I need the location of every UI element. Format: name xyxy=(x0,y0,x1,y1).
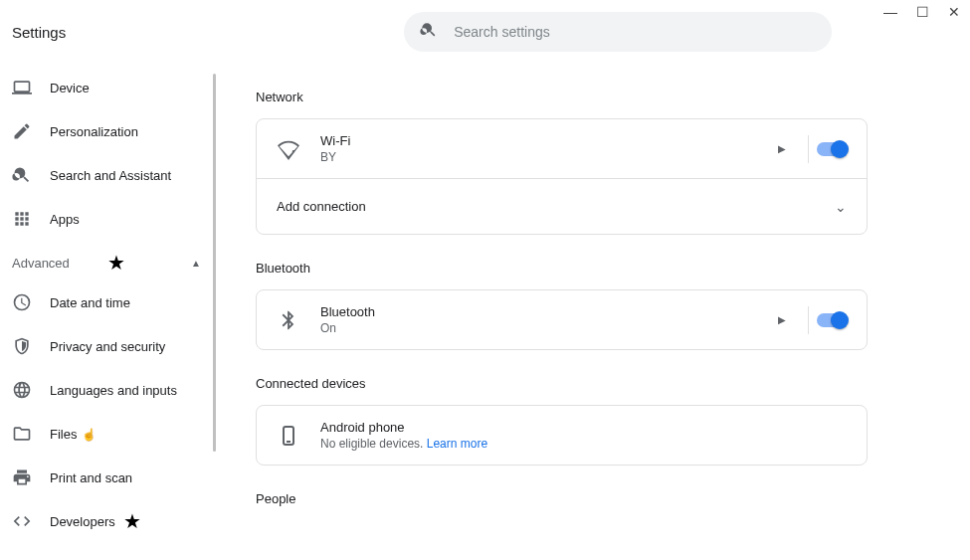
sidebar-item-print-scan[interactable]: Print and scan xyxy=(0,458,213,497)
search-icon xyxy=(420,21,438,43)
wifi-network-name: BY xyxy=(320,150,764,164)
bluetooth-row[interactable]: Bluetooth On ▶ xyxy=(257,290,867,349)
pencil-icon xyxy=(12,121,32,141)
section-title-bluetooth: Bluetooth xyxy=(256,261,930,276)
sidebar-item-device[interactable]: Device xyxy=(0,68,213,107)
sidebar-item-label: Languages and inputs xyxy=(50,383,177,398)
android-phone-row[interactable]: Android phone No eligible devices. Learn… xyxy=(257,406,867,465)
network-card: Wi-Fi BY ▶ Add connection ⌄ xyxy=(256,118,868,235)
minimize-icon[interactable]: — xyxy=(882,4,898,20)
sidebar-item-label: Device xyxy=(50,81,90,95)
close-icon[interactable]: ✕ xyxy=(946,4,962,20)
chevron-up-icon: ▲ xyxy=(191,258,201,269)
sidebar-item-label: Date and time xyxy=(50,295,130,310)
sidebar-item-label: Print and scan xyxy=(50,470,132,485)
android-phone-label: Android phone xyxy=(320,420,847,435)
sidebar-item-label: Apps xyxy=(50,212,80,227)
sidebar: Device Personalization Search and Assist… xyxy=(0,64,213,560)
search-icon xyxy=(12,165,32,185)
section-title-network: Network xyxy=(256,90,930,104)
sidebar-item-apps[interactable]: Apps xyxy=(0,199,213,239)
bluetooth-status: On xyxy=(320,321,764,335)
divider xyxy=(808,135,809,163)
divider xyxy=(808,306,809,334)
clock-icon xyxy=(12,292,32,312)
section-title-people: People xyxy=(256,491,930,506)
advanced-label: Advanced xyxy=(12,256,70,271)
sidebar-item-date-time[interactable]: Date and time xyxy=(0,282,213,322)
sidebar-item-files[interactable]: Files ☝ xyxy=(0,414,213,454)
wifi-icon xyxy=(277,137,300,161)
sidebar-item-languages-inputs[interactable]: Languages and inputs xyxy=(0,370,213,410)
sidebar-item-label: Developers xyxy=(50,514,115,529)
laptop-icon xyxy=(12,78,32,97)
pointer-cursor-icon: ☝ xyxy=(82,428,97,442)
sidebar-item-label: Search and Assistant xyxy=(50,168,171,183)
globe-icon xyxy=(12,380,32,400)
folder-icon xyxy=(12,424,32,444)
sidebar-item-developers[interactable]: Developers ★ xyxy=(0,501,213,541)
wifi-label: Wi-Fi xyxy=(320,133,764,148)
wifi-row[interactable]: Wi-Fi BY ▶ xyxy=(257,119,867,178)
android-phone-sub: No eligible devices. xyxy=(320,437,427,451)
add-connection-label: Add connection xyxy=(277,199,835,214)
connected-devices-card: Android phone No eligible devices. Learn… xyxy=(256,405,868,466)
section-title-connected-devices: Connected devices xyxy=(256,376,930,391)
bluetooth-icon xyxy=(277,308,300,332)
sidebar-item-privacy-security[interactable]: Privacy and security xyxy=(0,326,213,366)
shield-icon xyxy=(12,336,32,356)
sidebar-item-label: Files xyxy=(50,427,77,442)
sidebar-item-label: Personalization xyxy=(50,124,138,139)
sidebar-item-label: Privacy and security xyxy=(50,339,165,354)
learn-more-link[interactable]: Learn more xyxy=(427,437,487,451)
bluetooth-label: Bluetooth xyxy=(320,304,764,319)
search-input[interactable] xyxy=(454,24,816,40)
search-input-container[interactable] xyxy=(404,12,832,52)
star-annotation-icon: ★ xyxy=(123,509,141,533)
apps-grid-icon xyxy=(12,209,32,229)
sidebar-advanced-toggle[interactable]: Advanced ★ ▲ xyxy=(0,243,213,282)
chevron-right-icon[interactable]: ▶ xyxy=(764,143,800,154)
bluetooth-card: Bluetooth On ▶ xyxy=(256,289,868,350)
add-connection-row[interactable]: Add connection ⌄ xyxy=(257,178,867,234)
header: Settings xyxy=(0,0,970,64)
main-content: Network Wi-Fi BY ▶ Add connection ⌄ xyxy=(216,64,970,560)
page-title: Settings xyxy=(12,24,66,41)
sidebar-item-search-assistant[interactable]: Search and Assistant xyxy=(0,155,213,195)
wifi-toggle[interactable] xyxy=(817,142,847,156)
printer-icon xyxy=(12,467,32,487)
code-icon xyxy=(12,511,32,531)
phone-icon xyxy=(277,424,300,448)
star-annotation-icon: ★ xyxy=(107,251,125,275)
chevron-right-icon[interactable]: ▶ xyxy=(764,314,800,325)
maximize-icon[interactable]: ☐ xyxy=(914,4,930,20)
sidebar-item-personalization[interactable]: Personalization xyxy=(0,111,213,151)
chevron-down-icon: ⌄ xyxy=(835,199,847,215)
bluetooth-toggle[interactable] xyxy=(817,313,847,327)
